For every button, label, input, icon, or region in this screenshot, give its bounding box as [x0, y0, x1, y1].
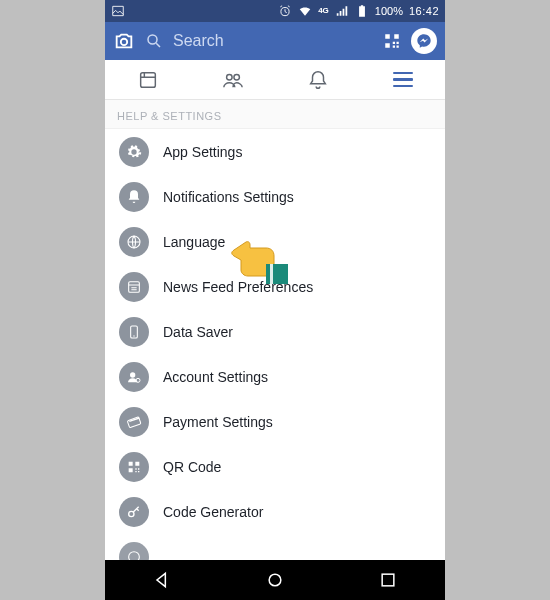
friends-icon	[222, 69, 244, 91]
item-payment-settings[interactable]: Payment Settings	[105, 399, 445, 444]
item-news-feed-preferences[interactable]: News Feed Preferences	[105, 264, 445, 309]
signal-icon	[335, 4, 349, 18]
item-label: Language	[163, 234, 225, 250]
phone-icon	[119, 317, 149, 347]
feed-icon	[137, 69, 159, 91]
item-label: Account Settings	[163, 369, 268, 385]
svg-point-2	[148, 35, 157, 44]
search-icon[interactable]	[145, 32, 163, 50]
item-notifications-settings[interactable]: Notifications Settings	[105, 174, 445, 219]
svg-point-9	[133, 335, 134, 336]
item-account-settings[interactable]: Account Settings	[105, 354, 445, 399]
account-icon	[119, 362, 149, 392]
item-label: Data Saver	[163, 324, 233, 340]
svg-point-10	[130, 372, 135, 377]
android-nav-bar	[105, 560, 445, 600]
item-label: QR Code	[163, 459, 221, 475]
settings-list: App Settings Notifications Settings Lang…	[105, 129, 445, 560]
search-input[interactable]: Search	[173, 32, 373, 50]
item-label: Notifications Settings	[163, 189, 294, 205]
picture-icon	[111, 4, 125, 18]
svg-rect-3	[140, 72, 155, 87]
camera-icon[interactable]	[113, 30, 135, 52]
item-label: App Settings	[163, 144, 242, 160]
tab-notifications[interactable]	[275, 60, 360, 99]
messenger-icon	[416, 33, 432, 49]
item-label: News Feed Preferences	[163, 279, 313, 295]
nav-home-button[interactable]	[265, 570, 285, 590]
item-app-settings[interactable]: App Settings	[105, 129, 445, 174]
alarm-icon	[278, 4, 292, 18]
svg-point-4	[226, 74, 232, 80]
item-label: Code Generator	[163, 504, 263, 520]
messenger-button[interactable]	[411, 28, 437, 54]
gear-icon	[119, 137, 149, 167]
svg-point-15	[269, 574, 281, 586]
tab-menu[interactable]	[360, 60, 445, 99]
svg-point-5	[233, 74, 239, 80]
battery-icon	[355, 4, 369, 18]
nav-recent-button[interactable]	[378, 570, 398, 590]
item-code-generator[interactable]: Code Generator	[105, 489, 445, 534]
item-qr-code[interactable]: QR Code	[105, 444, 445, 489]
qr-scan-icon[interactable]	[383, 32, 401, 50]
tab-feed[interactable]	[105, 60, 190, 99]
svg-point-1	[121, 39, 127, 45]
item-label: Payment Settings	[163, 414, 273, 430]
more-icon	[119, 542, 149, 561]
globe-icon	[119, 227, 149, 257]
item-data-saver[interactable]: Data Saver	[105, 309, 445, 354]
svg-rect-7	[129, 281, 140, 292]
network-label: 4G	[318, 7, 329, 15]
battery-text: 100%	[375, 5, 403, 17]
svg-rect-16	[382, 574, 394, 586]
hamburger-icon	[393, 72, 413, 88]
feed-pref-icon	[119, 272, 149, 302]
tab-bar	[105, 60, 445, 100]
item-partial[interactable]	[105, 534, 445, 560]
card-icon	[119, 407, 149, 437]
nav-back-button[interactable]	[152, 570, 172, 590]
status-bar: 4G 100% 16:42	[105, 0, 445, 22]
svg-point-14	[129, 551, 140, 560]
qr-icon	[119, 452, 149, 482]
wifi-icon	[298, 4, 312, 18]
tab-friends[interactable]	[190, 60, 275, 99]
app-bar: Search	[105, 22, 445, 60]
key-icon	[119, 497, 149, 527]
item-language[interactable]: Language	[105, 219, 445, 264]
section-header: HELP & SETTINGS	[105, 100, 445, 129]
phone-frame: 4G 100% 16:42 Search HELP & SETTINGS	[105, 0, 445, 600]
svg-point-13	[129, 511, 134, 516]
bell-fill-icon	[119, 182, 149, 212]
bell-icon	[307, 69, 329, 91]
clock-text: 16:42	[409, 5, 439, 17]
